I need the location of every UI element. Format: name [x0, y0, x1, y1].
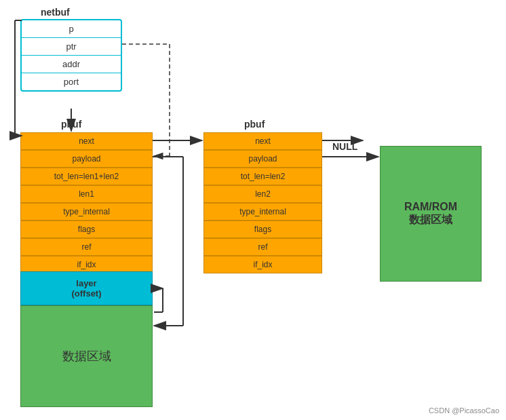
- pbuf2-type: type_internal: [203, 203, 322, 221]
- netbuf-field-addr: addr: [22, 56, 121, 73]
- pbuf1-next: next: [20, 132, 153, 150]
- data-area1: 数据区域: [20, 305, 153, 407]
- netbuf-field-ptr: ptr: [22, 38, 121, 56]
- pbuf2-len2: len2: [203, 185, 322, 203]
- pbuf2-next: next: [203, 132, 322, 150]
- pbuf1-len1: len1: [20, 185, 153, 203]
- diagram-container: netbuf p ptr addr port pbuf next payload…: [0, 0, 506, 420]
- pbuf2-tot-len: tot_len=len2: [203, 168, 322, 185]
- pbuf2-flags: flags: [203, 221, 322, 238]
- pbuf2-payload: payload: [203, 150, 322, 168]
- ram-box: RAM/ROM 数据区域: [380, 146, 482, 282]
- pbuf2-ref: ref: [203, 238, 322, 256]
- pbuf2-if-idx: if_idx: [203, 256, 322, 273]
- pbuf1-flags: flags: [20, 221, 153, 238]
- pbuf1-ref: ref: [20, 238, 153, 256]
- pbuf1-label: pbuf: [61, 119, 81, 130]
- watermark: CSDN @PicassoCao: [429, 406, 499, 415]
- pbuf2-label: pbuf: [244, 119, 265, 130]
- data-area1-label: 数据区域: [62, 348, 111, 364]
- pbuf1-type: type_internal: [20, 203, 153, 221]
- netbuf-field-port: port: [22, 73, 121, 90]
- null-label: NULL: [332, 141, 357, 152]
- ram-label: RAM/ROM 数据区域: [404, 201, 457, 227]
- pbuf1-payload: payload: [20, 150, 153, 168]
- pbuf1-box: next payload tot_len=len1+len2 len1 type…: [20, 132, 153, 273]
- layer-text: layer (offset): [71, 278, 101, 299]
- netbuf-box: p ptr addr port: [20, 19, 122, 92]
- netbuf-field-p: p: [22, 20, 121, 38]
- pbuf1-tot-len: tot_len=len1+len2: [20, 168, 153, 185]
- netbuf-label: netbuf: [41, 7, 70, 18]
- pbuf2-box: next payload tot_len=len2 len2 type_inte…: [203, 132, 322, 273]
- layer-box: layer (offset): [20, 271, 153, 305]
